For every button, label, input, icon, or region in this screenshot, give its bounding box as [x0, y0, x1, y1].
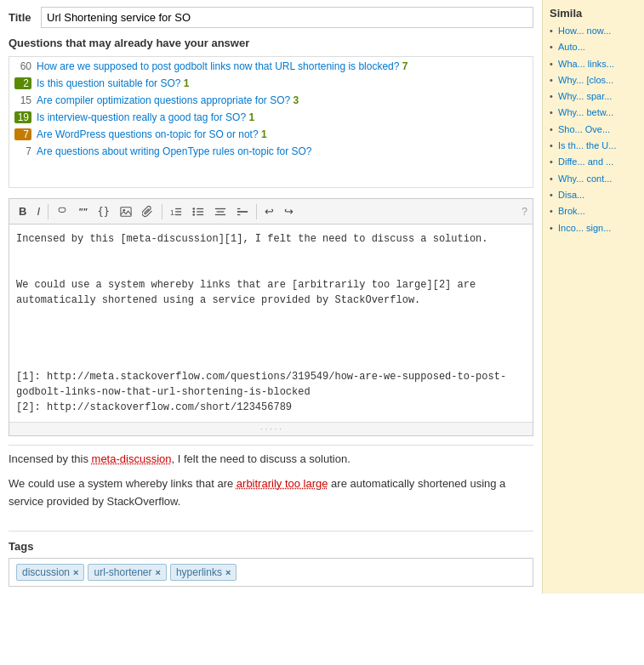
sidebar-item-link[interactable]: Auto...	[558, 42, 585, 52]
sidebar-list-item: Disa...	[550, 189, 637, 201]
preview-line-2: We could use a system whereby links that…	[9, 475, 533, 511]
main-content: Title Questions that may already have yo…	[0, 0, 542, 594]
tag-item: url-shortener×	[88, 564, 166, 581]
svg-point-1	[123, 208, 125, 211]
sidebar-item-link[interactable]: Wha... links...	[558, 59, 614, 69]
sq-answers: 1	[248, 111, 254, 123]
similar-question-item: 15Are compiler optimization questions ap…	[14, 94, 527, 106]
sq-link[interactable]: Is this question suitable for SO? 1	[37, 77, 189, 89]
svg-rect-0	[121, 207, 131, 216]
sq-answers: 3	[293, 94, 299, 106]
preview-line1-post: , I felt the need to discuss a solution.	[172, 452, 350, 465]
sidebar-list-item: Auto...	[550, 41, 637, 53]
svg-point-8	[192, 213, 195, 216]
ol-icon: 1.	[170, 206, 182, 218]
preview-meta-link[interactable]: meta-discussion	[92, 452, 172, 465]
editor-body[interactable]: Incensed by this [meta-discussion][1], I…	[9, 225, 533, 422]
sq-link[interactable]: How are we supposed to post godbolt link…	[37, 60, 408, 72]
similar-question-item: 2Is this question suitable for SO? 1	[14, 77, 527, 89]
attach-button[interactable]	[138, 203, 158, 220]
sidebar-item-link[interactable]: Why... cont...	[558, 173, 612, 184]
sidebar-item-link[interactable]: Disa...	[558, 190, 584, 200]
sidebar-list-item: Wha... links...	[550, 58, 637, 70]
redo-button[interactable]: ↪	[280, 202, 298, 220]
align-button[interactable]	[210, 203, 231, 220]
sq-answers: 1	[184, 77, 190, 89]
toolbar-sep-2	[162, 204, 162, 219]
sq-link[interactable]: Are WordPress questions on-topic for SO …	[37, 128, 267, 140]
title-input[interactable]	[41, 7, 533, 28]
sq-text: Are questions about writing OpenType rul…	[37, 145, 312, 157]
unordered-list-button[interactable]	[188, 203, 208, 220]
preview-area: Incensed by this meta-discussion, I felt…	[9, 445, 533, 522]
bold-button[interactable]: B	[14, 202, 31, 220]
tag-item: discussion×	[16, 564, 84, 581]
sidebar-item-link[interactable]: Is th... the U...	[558, 140, 616, 151]
sidebar-title: Simila	[550, 7, 637, 20]
svg-point-7	[192, 210, 195, 213]
tag-remove-button[interactable]: ×	[156, 567, 161, 577]
similar-questions-box: 60How are we supposed to post godbolt li…	[9, 56, 533, 188]
sidebar-list-item: Why... cont...	[550, 173, 637, 185]
code-button[interactable]: {}	[93, 203, 113, 220]
tag-label: url-shortener	[94, 566, 151, 578]
tag-remove-button[interactable]: ×	[225, 567, 231, 577]
preview-line2-pre: We could use a system whereby links that…	[9, 477, 237, 490]
toolbar-sep-3	[256, 204, 257, 219]
sq-count: 15	[14, 94, 31, 106]
sidebar-list-item: Is th... the U...	[550, 139, 637, 151]
ul-icon	[192, 206, 204, 218]
help-icon[interactable]: ?	[521, 206, 527, 218]
sidebar-list-item: Inco... sign...	[550, 222, 637, 234]
sidebar-item-link[interactable]: Why... betw...	[558, 107, 613, 117]
sq-count: 60	[14, 60, 31, 72]
tags-section: Tags discussion×url-shortener×hyperlinks…	[9, 531, 533, 587]
sq-link[interactable]: Are compiler optimization questions appr…	[37, 94, 299, 106]
toolbar-sep-1	[48, 204, 48, 219]
title-row: Title	[9, 7, 533, 28]
hr-icon	[237, 206, 248, 218]
ordered-list-button[interactable]: 1.	[166, 203, 186, 220]
sidebar-item-link[interactable]: Sho... Ove...	[558, 124, 610, 134]
editor-toolbar: B I "" {} 1.	[9, 199, 533, 225]
blockquote-button[interactable]: ""	[74, 204, 91, 219]
svg-point-6	[192, 207, 195, 210]
sidebar-list: How... now...Auto...Wha... links...Why..…	[550, 25, 637, 234]
sidebar-item-link[interactable]: Why... spar...	[558, 91, 612, 101]
sq-text: How are we supposed to post godbolt link…	[37, 60, 402, 72]
tag-label: hyperlinks	[176, 566, 222, 578]
title-label: Title	[9, 11, 34, 24]
preview-line1-pre: Incensed by this	[9, 452, 92, 465]
attach-icon	[142, 206, 154, 218]
sq-count: 19	[14, 111, 31, 123]
preview-large-link[interactable]: arbitrarily too large	[237, 477, 328, 490]
preview-line-1: Incensed by this meta-discussion, I felt…	[9, 451, 533, 469]
sidebar-item-link[interactable]: Brok...	[558, 206, 585, 216]
align-icon	[214, 206, 226, 218]
sidebar-item-link[interactable]: How... now...	[558, 26, 611, 36]
sq-text: Is interview-question really a good tag …	[37, 111, 248, 123]
hr-button[interactable]	[232, 203, 253, 220]
tags-label: Tags	[9, 540, 533, 553]
similar-questions-header: Questions that may already have your ans…	[9, 37, 533, 49]
sq-text: Are WordPress questions on-topic for SO …	[37, 128, 261, 140]
sq-link[interactable]: Is interview-question really a good tag …	[37, 111, 254, 123]
sq-count: 2	[14, 77, 31, 89]
italic-button[interactable]: I	[32, 202, 44, 220]
image-icon	[120, 206, 132, 218]
link-button[interactable]	[52, 203, 72, 220]
sidebar-list-item: Sho... Ove...	[550, 123, 637, 135]
editor-resize-handle[interactable]: · · · · ·	[9, 422, 533, 435]
similar-question-item: 7Are WordPress questions on-topic for SO…	[14, 128, 527, 140]
sidebar-item-link[interactable]: Diffe... and ...	[558, 156, 613, 167]
image-button[interactable]	[116, 203, 136, 220]
similar-question-item: 7Are questions about writing OpenType ru…	[14, 145, 527, 157]
sidebar-item-link[interactable]: Inco... sign...	[558, 223, 611, 233]
undo-button[interactable]: ↩	[260, 202, 278, 220]
sq-link[interactable]: Are questions about writing OpenType rul…	[37, 145, 312, 157]
tag-remove-button[interactable]: ×	[73, 567, 78, 577]
sidebar-list-item: Why... betw...	[550, 106, 637, 118]
sidebar-item-link[interactable]: Why... [clos...	[558, 75, 613, 85]
sidebar-list-item: Brok...	[550, 205, 637, 217]
sidebar: Simila How... now...Auto...Wha... links.…	[542, 0, 644, 594]
